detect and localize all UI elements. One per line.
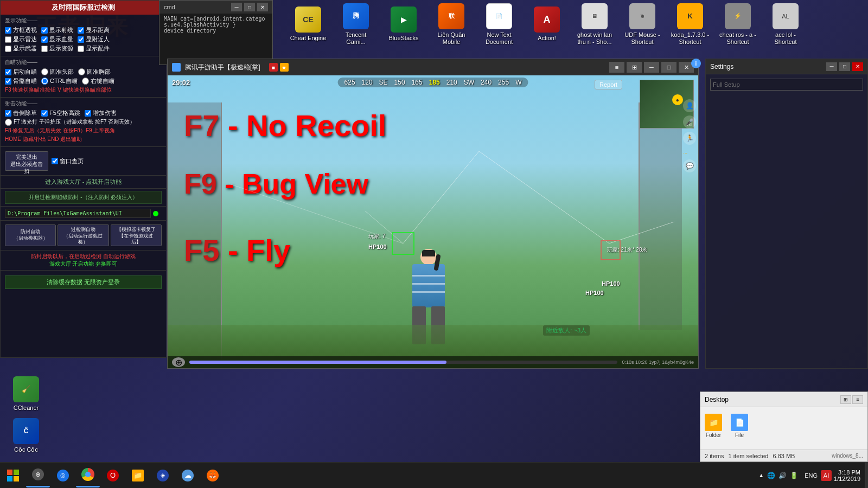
explorer-item2[interactable]: 📄 File [731, 414, 748, 438]
checkbox-qidong[interactable]: 启动自瞄 [5, 68, 37, 76]
exit-button[interactable]: 完美退出 退出必须点击扣 [5, 151, 48, 171]
checkbox-shexian[interactable]: 显示射线 [41, 26, 73, 34]
game-btn-minimize[interactable]: ─ [644, 62, 659, 73]
right-panel-search[interactable] [710, 79, 863, 91]
windows-version: windows_8... [832, 453, 863, 459]
radio-ctrl[interactable]: CTRL自瞄 [41, 77, 78, 85]
enter-game-link[interactable]: 进入游戏大厅 - 点我开启功能 [5, 178, 162, 186]
radio-youjian[interactable]: 右键自瞄 [82, 77, 114, 85]
anticheat-button[interactable]: 开启过检测/超级防封 -（注入防封 必须注入） [5, 191, 162, 204]
checkbox-peijian[interactable]: 显示配件 [78, 44, 110, 53]
taskbar-app-files[interactable]: 📁 [126, 464, 150, 487]
checkbox-guге[interactable]: 骨骼自瞄 [5, 77, 37, 85]
explorer-item1[interactable]: 📁 Folder [705, 414, 722, 438]
explorer-list-icon[interactable]: ≡ [852, 395, 863, 404]
terminal-close[interactable]: ✕ [257, 3, 268, 11]
radio-xiongbu[interactable]: 圆准胸部 [78, 68, 111, 76]
desktop-icon-new-text[interactable]: 📄 New Text Document [477, 1, 521, 48]
systray-battery-icon[interactable]: 🔋 [790, 472, 798, 479]
report-button[interactable]: Report [595, 80, 622, 89]
sidebar-mic-icon[interactable]: 🎤 [683, 115, 696, 129]
checkbox-fujin[interactable]: 显附近人 [78, 35, 110, 43]
sidebar-run-icon[interactable]: 🏃 [683, 132, 696, 145]
taskbar-app-weather[interactable]: ☁ [176, 464, 200, 487]
systray-network-icon[interactable]: 🌐 [767, 472, 775, 479]
taskbar-app-app5[interactable]: ◈ [151, 464, 175, 487]
btn-moniqi[interactable]: 【模拟器卡顿复了 【在卡顿游戏过后】 [111, 224, 162, 246]
checkbox-ziyuan[interactable]: 显示资源 [41, 44, 73, 53]
checkbox-f5[interactable]: F5空格高跳 [41, 109, 80, 117]
radio-toubou-input[interactable] [41, 68, 48, 75]
game-btn-fullscreen[interactable]: ⊞ [627, 62, 642, 73]
right-panel-close[interactable]: ✕ [852, 62, 863, 71]
desktop-icon-bluestacks[interactable]: ▶ BlueStacks [382, 4, 425, 44]
path-input[interactable] [5, 209, 151, 218]
explorer-view-icon[interactable]: ⊞ [840, 395, 851, 404]
checkbox-jidao-input[interactable] [5, 110, 11, 117]
systray-sound-icon[interactable]: 🔊 [778, 472, 787, 479]
taskbar-app-chrome[interactable] [76, 464, 100, 487]
checkbox-fangkuang[interactable]: 方框透视 [5, 26, 37, 34]
radio-ctrl-input[interactable] [41, 78, 48, 85]
checkbox-leida-input[interactable] [5, 36, 11, 43]
checkbox-fangkuang-input[interactable] [5, 27, 11, 34]
btn-fengzidong[interactable]: 防封自动 （启动模拟器） [5, 224, 56, 246]
terminal-maximize[interactable]: □ [244, 3, 255, 11]
desktop-icon-tencent[interactable]: 腾 Tencent Gami... [334, 1, 378, 48]
desktop-icon-koda[interactable]: K koda_1.7.3.0 - Shortcut [668, 1, 712, 48]
show-desktop-button[interactable] [865, 463, 868, 488]
checkbox-zengjia[interactable]: 增加伤害 [85, 109, 117, 117]
checkbox-zengjia-input[interactable] [85, 110, 91, 117]
checkbox-juli[interactable]: 显示距离 [78, 26, 110, 34]
checkbox-ziyuan-input[interactable] [41, 46, 48, 52]
checkbox-jidao[interactable]: 击倒除草 [5, 109, 37, 117]
window-query-cb[interactable]: 窗口查页 [52, 151, 84, 171]
desktop-icon-cheat-ros[interactable]: ⚡ cheat ros - a - Shortcut [716, 1, 760, 48]
taskbar-app-cortana[interactable]: ◎ [51, 464, 75, 487]
radio-f7-input[interactable] [5, 119, 12, 126]
notification-icon[interactable]: AI [821, 470, 832, 481]
desktop-icon-ghost-win[interactable]: 🖥 ghost win lan thu n - Sho... [573, 1, 616, 48]
taskbar-app-search[interactable]: ⊕ [26, 464, 50, 487]
checkbox-juli-input[interactable] [78, 27, 84, 34]
checkbox-qidong-input[interactable] [5, 69, 11, 75]
right-panel-minimize[interactable]: ─ [826, 62, 837, 71]
desktop-icon-udf[interactable]: 🖱 UDF Mouse - Shortcut [621, 1, 664, 48]
checkbox-peijian-input[interactable] [78, 46, 84, 52]
window-query-input[interactable] [52, 158, 58, 164]
game-btn-sidebar[interactable]: ≡ [609, 62, 624, 73]
checkbox-wuqi-input[interactable] [5, 46, 11, 52]
sidebar-chat-icon[interactable]: 💬 [683, 159, 696, 172]
checkbox-xueliang[interactable]: 显示血量 [41, 35, 73, 43]
game-btn-maximize[interactable]: □ [661, 62, 676, 73]
desktop-icon-ccleaner[interactable]: 🧹 CCleaner [4, 374, 48, 414]
checkbox-xueliang-input[interactable] [41, 36, 48, 43]
checkbox-leida[interactable]: 显示雷达 [5, 35, 37, 43]
taskbar-app-opera[interactable]: O [101, 464, 125, 487]
radio-xiongbu-input[interactable] [78, 68, 85, 75]
checkbox-f5-input[interactable] [41, 110, 48, 117]
desktop-icon-lien-quan[interactable]: 联 Liên Quân Mobile [430, 1, 473, 48]
right-panel-maximize[interactable]: □ [839, 62, 850, 71]
terminal-minimize[interactable]: ─ [231, 3, 242, 11]
btn-guojianzidong[interactable]: 过检测自动 （启动运行游戏过检） [58, 224, 108, 246]
checkbox-shexian-input[interactable] [41, 27, 48, 34]
desktop-icon-acc-lol[interactable]: AL acc lol - Shortcut [764, 1, 807, 48]
radio-toubou[interactable]: 圆准头部 [41, 68, 74, 76]
systray-up-arrow[interactable]: ▲ [758, 472, 764, 478]
radio-youjian-input[interactable] [82, 78, 89, 85]
desktop-icon-coc-coc[interactable]: Ĉ Cốc Cốc [4, 416, 48, 455]
start-button[interactable] [0, 463, 26, 489]
taskbar-app-browser[interactable]: 🦊 [201, 464, 225, 487]
hud-button1[interactable]: ⊕ [172, 357, 185, 367]
radio-f7[interactable]: F7 激光打 子弹挤压（进游戏拿枪 按F7 否则无效） [5, 118, 135, 126]
checkbox-wuqi[interactable]: 显示武器 [5, 44, 37, 53]
checkbox-guge-input[interactable] [5, 78, 11, 85]
desktop-icon-cheat-engine[interactable]: CE Cheat Engine [286, 4, 330, 44]
taskbar-weather-icon: ☁ [182, 470, 194, 481]
checkbox-fujin-input[interactable] [78, 36, 84, 43]
lang-indicator[interactable]: ENG [801, 472, 821, 479]
desktop-icon-action[interactable]: A Action! [525, 4, 569, 44]
query-button[interactable]: 清除缓存数据 无限资产登录 [5, 275, 162, 289]
sidebar-people-icon[interactable]: 👤 [683, 99, 696, 112]
